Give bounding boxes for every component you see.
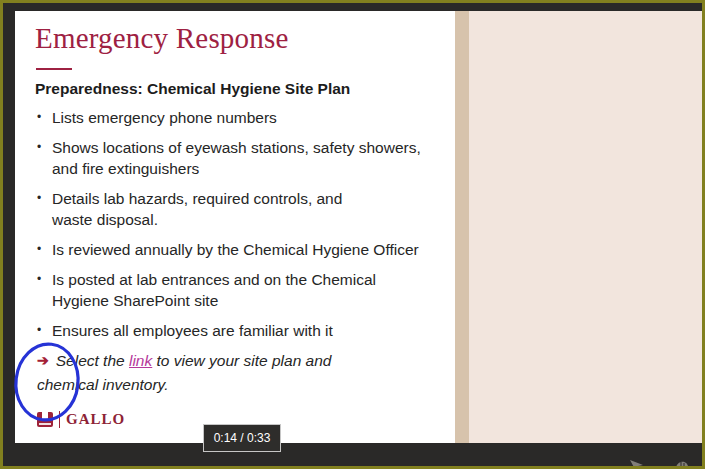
bullet-item: Is reviewed annually by the Chemical Hyg… (35, 239, 447, 260)
slide-canvas: Emergency Response Preparedness: Chemica… (15, 11, 455, 443)
bullet-list: Lists emergency phone numbers Shows loca… (35, 107, 447, 350)
callout-text: Select the link to view your site plan a… (37, 352, 331, 393)
bullet-item: Shows locations of eyewash stations, saf… (35, 137, 447, 179)
slide-title: Emergency Response (35, 22, 289, 55)
panel-edge-strip (455, 11, 469, 443)
player-hand-icon[interactable] (673, 459, 691, 469)
gallo-shield-icon (37, 412, 53, 427)
video-player: Emergency Response Preparedness: Chemica… (0, 0, 705, 469)
arrow-icon: ➔ (37, 348, 49, 372)
site-plan-link[interactable]: link (129, 352, 152, 369)
bullet-item: Is posted at lab entrances and on the Ch… (35, 269, 447, 311)
video-timestamp-tooltip: 0:14 / 0:33 (203, 424, 281, 452)
title-underline (36, 68, 72, 70)
slide-subtitle: Preparedness: Chemical Hygiene Site Plan (35, 80, 350, 98)
player-cursor-icon[interactable] (627, 459, 645, 469)
logo-text: GALLO (66, 411, 125, 428)
slide-right-panel: Appendix A: Chemical Hygiene Site Plan (… (455, 11, 702, 443)
callout: ➔Select the link to view your site plan … (37, 349, 443, 397)
bullet-item: Ensures all employees are familiar with … (35, 320, 447, 341)
bullet-item: Lists emergency phone numbers (35, 107, 447, 128)
logo: GALLO (37, 411, 125, 428)
bullet-item: Details lab hazards, required controls, … (35, 188, 447, 230)
logo-divider (59, 411, 60, 428)
